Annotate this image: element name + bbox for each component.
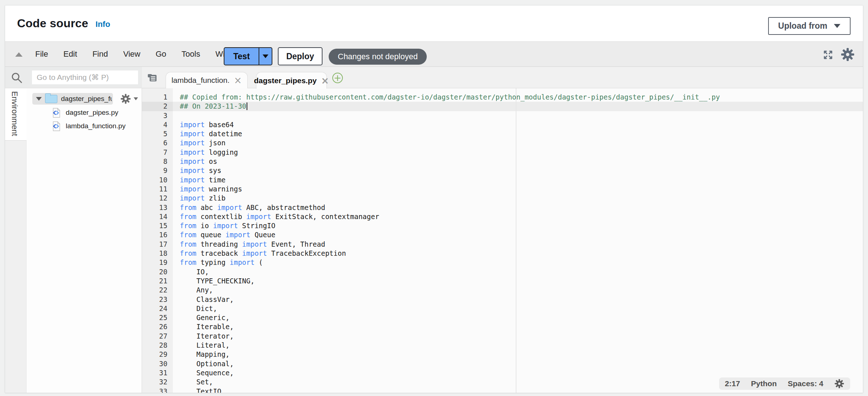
code-line[interactable]: 29 Mapping, bbox=[142, 350, 863, 359]
editor-settings-gear-icon[interactable] bbox=[834, 379, 844, 389]
line-number[interactable]: 9 bbox=[142, 166, 173, 175]
line-number[interactable]: 20 bbox=[142, 267, 173, 276]
menu-view[interactable]: View bbox=[115, 49, 148, 59]
code-text: import logging bbox=[173, 148, 238, 157]
code-line[interactable]: 30 Optional, bbox=[142, 359, 863, 368]
line-number[interactable]: 10 bbox=[142, 175, 173, 185]
tab-dagster-pipes[interactable]: dagster_pipes.py × bbox=[256, 72, 327, 89]
editor-menubar: File Edit Find View Go Tools Window Test… bbox=[5, 41, 863, 67]
goto-anything-input[interactable] bbox=[32, 70, 138, 84]
code-line[interactable]: 4import base64 bbox=[142, 120, 863, 129]
line-number[interactable]: 11 bbox=[142, 185, 173, 194]
code-line[interactable]: 24 Dict, bbox=[142, 304, 863, 313]
code-editor[interactable]: 1## Copied from: https://raw.githubuserc… bbox=[142, 88, 863, 393]
line-number[interactable]: 3 bbox=[142, 111, 173, 120]
code-line[interactable]: 21 TYPE_CHECKING, bbox=[142, 276, 863, 286]
line-number[interactable]: 7 bbox=[142, 148, 173, 157]
menu-edit[interactable]: Edit bbox=[56, 49, 85, 59]
test-dropdown-button[interactable] bbox=[259, 48, 272, 65]
code-line[interactable]: 22 Any, bbox=[142, 286, 863, 295]
test-split-button[interactable]: Test bbox=[224, 47, 272, 65]
upload-from-button[interactable]: Upload from bbox=[768, 17, 851, 35]
line-number[interactable]: 2 bbox=[142, 102, 173, 111]
code-line[interactable]: 11import warnings bbox=[142, 185, 863, 194]
menu-file[interactable]: File bbox=[28, 49, 56, 59]
code-line[interactable]: 20 IO, bbox=[142, 267, 863, 276]
code-line[interactable]: 8import os bbox=[142, 157, 863, 166]
tab-lambda-function[interactable]: lambda_function. × bbox=[166, 72, 248, 88]
indentation-setting[interactable]: Spaces: 4 bbox=[788, 379, 823, 388]
menu-tools[interactable]: Tools bbox=[174, 49, 208, 59]
code-line[interactable]: 26 Iterable, bbox=[142, 322, 863, 331]
tree-file-dagster-pipes[interactable]: dagster_pipes.py bbox=[27, 108, 118, 118]
tree-settings-button[interactable] bbox=[120, 93, 138, 104]
code-line[interactable]: 28 Literal, bbox=[142, 341, 863, 350]
info-link[interactable]: Info bbox=[96, 20, 110, 29]
code-line[interactable]: 27 Iterator, bbox=[142, 332, 863, 341]
cursor-position[interactable]: 2:17 bbox=[725, 379, 740, 388]
line-number[interactable]: 16 bbox=[142, 230, 173, 239]
line-number[interactable]: 14 bbox=[142, 212, 173, 221]
code-line[interactable]: 2## On 2023-11-30 bbox=[142, 102, 863, 111]
code-line[interactable]: 9import sys bbox=[142, 166, 863, 175]
code-line[interactable]: 25 Generic, bbox=[142, 313, 863, 322]
code-line[interactable]: 19from typing import ( bbox=[142, 258, 863, 267]
test-button[interactable]: Test bbox=[224, 48, 259, 65]
line-number[interactable]: 26 bbox=[142, 322, 173, 331]
menu-go[interactable]: Go bbox=[148, 49, 174, 59]
code-line[interactable]: 1## Copied from: https://raw.githubuserc… bbox=[142, 93, 863, 102]
line-number[interactable]: 25 bbox=[142, 313, 173, 322]
new-tab-button[interactable]: + bbox=[332, 73, 343, 83]
fullscreen-icon[interactable] bbox=[822, 49, 834, 61]
line-number[interactable]: 24 bbox=[142, 304, 173, 313]
line-number[interactable]: 22 bbox=[142, 286, 173, 295]
line-number[interactable]: 27 bbox=[142, 332, 173, 341]
line-number[interactable]: 18 bbox=[142, 249, 173, 258]
line-number[interactable]: 15 bbox=[142, 221, 173, 230]
code-line[interactable]: 10import time bbox=[142, 175, 863, 185]
code-line[interactable]: 3 bbox=[142, 111, 863, 120]
deploy-button[interactable]: Deploy bbox=[278, 47, 323, 65]
line-number[interactable]: 1 bbox=[142, 93, 173, 102]
code-line[interactable]: 5import datetime bbox=[142, 129, 863, 138]
tree-file-lambda-function[interactable]: lambda_function.py bbox=[27, 121, 126, 131]
settings-gear-icon[interactable] bbox=[840, 47, 855, 62]
line-number[interactable]: 4 bbox=[142, 120, 173, 129]
close-icon[interactable]: × bbox=[234, 76, 242, 85]
code-line[interactable]: 6import json bbox=[142, 138, 863, 148]
code-line[interactable]: 13from abc import ABC, abstractmethod bbox=[142, 203, 863, 212]
line-number[interactable]: 32 bbox=[142, 377, 173, 387]
close-icon[interactable]: × bbox=[321, 76, 329, 85]
line-number[interactable]: 23 bbox=[142, 295, 173, 304]
line-number[interactable]: 33 bbox=[142, 387, 173, 393]
code-text: IO, bbox=[173, 267, 209, 276]
code-line[interactable]: 17from threading import Event, Thread bbox=[142, 240, 863, 249]
line-number[interactable]: 29 bbox=[142, 350, 173, 359]
line-number[interactable]: 31 bbox=[142, 368, 173, 377]
folder-expanded-icon[interactable] bbox=[36, 97, 42, 101]
code-line[interactable]: 23 ClassVar, bbox=[142, 295, 863, 304]
collapse-panel-icon[interactable] bbox=[15, 52, 23, 57]
tab-list-icon[interactable] bbox=[147, 73, 157, 83]
code-line[interactable]: 18from traceback import TracebackExcepti… bbox=[142, 249, 863, 258]
line-number[interactable]: 6 bbox=[142, 138, 173, 148]
code-line[interactable]: 12import zlib bbox=[142, 194, 863, 203]
line-number[interactable]: 28 bbox=[142, 341, 173, 350]
tree-folder-row[interactable]: dagster_pipes_funct bbox=[32, 93, 113, 105]
environment-tab[interactable]: Environment bbox=[5, 88, 27, 141]
language-mode[interactable]: Python bbox=[751, 379, 777, 388]
line-number[interactable]: 21 bbox=[142, 276, 173, 286]
line-number[interactable]: 12 bbox=[142, 194, 173, 203]
code-line[interactable]: 31 Sequence, bbox=[142, 368, 863, 377]
code-line[interactable]: 15from io import StringIO bbox=[142, 221, 863, 230]
menu-find[interactable]: Find bbox=[85, 49, 115, 59]
line-number[interactable]: 19 bbox=[142, 258, 173, 267]
code-line[interactable]: 7import logging bbox=[142, 148, 863, 157]
code-line[interactable]: 14from contextlib import ExitStack, cont… bbox=[142, 212, 863, 221]
line-number[interactable]: 17 bbox=[142, 240, 173, 249]
line-number[interactable]: 5 bbox=[142, 129, 173, 138]
line-number[interactable]: 30 bbox=[142, 359, 173, 368]
line-number[interactable]: 8 bbox=[142, 157, 173, 166]
code-line[interactable]: 16from queue import Queue bbox=[142, 230, 863, 239]
line-number[interactable]: 13 bbox=[142, 203, 173, 212]
